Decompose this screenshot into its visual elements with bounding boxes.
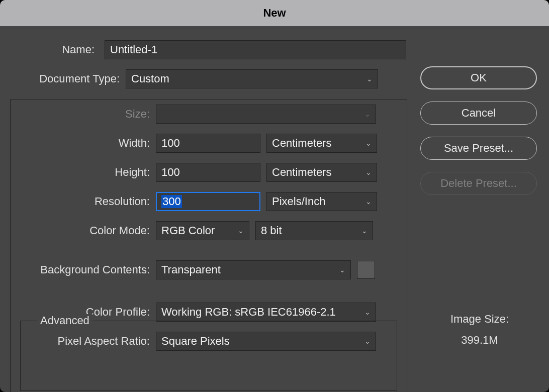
color-profile-value: Working RGB: sRGB IEC61966-2.1 xyxy=(161,306,336,319)
name-input[interactable] xyxy=(105,40,406,59)
height-input[interactable] xyxy=(156,163,260,182)
label-background-contents: Background Contents: xyxy=(0,263,156,276)
save-preset-button[interactable]: Save Preset... xyxy=(420,137,537,160)
label-document-type: Document Type: xyxy=(0,72,126,85)
ok-button-label: OK xyxy=(471,71,487,84)
label-image-size: Image Size: xyxy=(420,313,539,326)
label-size: Size: xyxy=(0,108,156,121)
pixel-aspect-ratio-dropdown[interactable]: Square Pixels ⌄ xyxy=(156,332,376,351)
resolution-unit-dropdown[interactable]: Pixels/Inch ⌄ xyxy=(266,192,377,211)
chevron-down-icon: ⌄ xyxy=(361,227,368,235)
advanced-fieldset xyxy=(20,321,397,391)
resolution-unit-value: Pixels/Inch xyxy=(272,195,325,208)
bit-depth-value: 8 bit xyxy=(261,224,282,237)
width-unit-value: Centimeters xyxy=(272,137,332,150)
side-buttons: OK Cancel Save Preset... Delete Preset..… xyxy=(420,66,539,207)
background-contents-value: Transparent xyxy=(161,263,221,276)
row-color-mode: Color Mode: RGB Color ⌄ 8 bit ⌄ xyxy=(0,221,549,240)
height-unit-value: Centimeters xyxy=(272,166,332,179)
row-background-contents: Background Contents: Transparent ⌄ xyxy=(0,260,549,279)
cancel-button[interactable]: Cancel xyxy=(420,102,537,125)
chevron-down-icon: ⌄ xyxy=(364,337,371,345)
row-name: Name: xyxy=(0,40,549,59)
delete-preset-button-label: Delete Preset... xyxy=(440,177,517,190)
chevron-down-icon: ⌄ xyxy=(365,198,372,206)
chevron-down-icon: ⌄ xyxy=(238,227,244,235)
background-color-swatch[interactable] xyxy=(357,261,375,279)
height-unit-dropdown[interactable]: Centimeters ⌄ xyxy=(266,163,377,182)
ok-button[interactable]: OK xyxy=(420,66,537,89)
label-name: Name: xyxy=(0,43,101,56)
chevron-down-icon: ⌄ xyxy=(367,75,373,83)
label-pixel-aspect-ratio: Pixel Aspect Ratio: xyxy=(0,335,156,348)
bit-depth-dropdown[interactable]: 8 bit ⌄ xyxy=(255,221,373,240)
background-contents-dropdown[interactable]: Transparent ⌄ xyxy=(156,260,351,279)
chevron-down-icon: ⌄ xyxy=(364,308,371,316)
chevron-down-icon: ⌄ xyxy=(365,139,372,147)
color-mode-value: RGB Color xyxy=(161,224,215,237)
label-advanced: Advanced xyxy=(37,314,93,327)
chevron-down-icon: ⌄ xyxy=(365,168,372,176)
label-height: Height: xyxy=(0,166,156,179)
delete-preset-button: Delete Preset... xyxy=(420,172,537,195)
new-document-dialog: New Name: Document Type: Custom ⌄ Size: … xyxy=(0,0,549,392)
label-width: Width: xyxy=(0,137,156,150)
window-titlebar: New xyxy=(0,0,549,26)
cancel-button-label: Cancel xyxy=(462,107,496,120)
pixel-aspect-ratio-value: Square Pixels xyxy=(161,335,230,348)
dialog-content: Name: Document Type: Custom ⌄ Size: ⌄ Wi… xyxy=(0,26,549,392)
window-title: New xyxy=(263,7,286,20)
color-profile-dropdown[interactable]: Working RGB: sRGB IEC61966-2.1 ⌄ xyxy=(156,303,376,322)
resolution-value: 300 xyxy=(161,195,182,208)
chevron-down-icon: ⌄ xyxy=(339,266,345,274)
width-input[interactable] xyxy=(156,134,260,153)
chevron-down-icon: ⌄ xyxy=(364,110,371,118)
resolution-input[interactable]: 300 xyxy=(156,192,260,211)
image-size-value: 399.1M xyxy=(420,334,539,347)
label-color-mode: Color Mode: xyxy=(0,224,156,237)
size-dropdown: ⌄ xyxy=(156,105,376,124)
width-unit-dropdown[interactable]: Centimeters ⌄ xyxy=(266,134,377,153)
image-size-block: Image Size: 399.1M xyxy=(420,313,539,347)
document-type-dropdown[interactable]: Custom ⌄ xyxy=(126,69,378,88)
document-type-value: Custom xyxy=(131,72,169,85)
save-preset-button-label: Save Preset... xyxy=(444,142,513,155)
color-mode-dropdown[interactable]: RGB Color ⌄ xyxy=(156,221,249,240)
label-resolution: Resolution: xyxy=(0,195,156,208)
